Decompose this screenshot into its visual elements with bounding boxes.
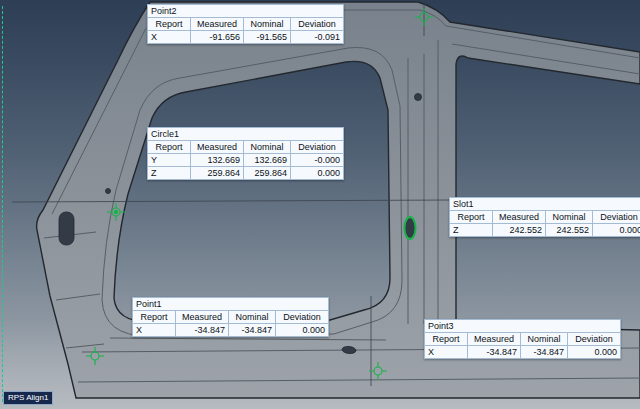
cell-deviation: 0.000 [291, 167, 344, 180]
header-measured: Measured [191, 18, 244, 31]
header-report: Report [425, 333, 468, 346]
cell-measured: 242.552 [493, 224, 546, 237]
header-measured: Measured [493, 211, 546, 224]
cell-axis: Z [450, 224, 493, 237]
table-row: Y 132.669 132.669 -0.000 [148, 154, 344, 167]
cell-nominal: -34.847 [229, 324, 276, 337]
cell-measured: -34.847 [176, 324, 229, 337]
header-nominal: Nominal [244, 141, 291, 154]
measurement-table-circle1[interactable]: Circle1 Report Measured Nominal Deviatio… [147, 127, 344, 180]
header-nominal: Nominal [229, 311, 276, 324]
header-nominal: Nominal [244, 18, 291, 31]
header-measured: Measured [468, 333, 521, 346]
table-title: Point3 [425, 320, 621, 333]
slot1-marker slot-ellipse-icon[interactable] [400, 213, 420, 243]
table-row: Z 242.552 242.552 0.000 [450, 224, 640, 237]
table-title-row: Point3 [425, 320, 621, 333]
table-title: Circle1 [148, 128, 344, 141]
header-nominal: Nominal [546, 211, 593, 224]
cell-measured: -34.847 [468, 346, 521, 359]
table-row: X -34.847 -34.847 0.000 [425, 346, 621, 359]
table-header-row: Report Measured Nominal Deviation [425, 333, 621, 346]
table-title-row: Circle1 [148, 128, 344, 141]
table-header-row: Report Measured Nominal Deviation [148, 141, 344, 154]
header-report: Report [133, 311, 176, 324]
cell-measured: -91.656 [191, 31, 244, 44]
header-deviation: Deviation [568, 333, 621, 346]
cell-nominal: -91.565 [244, 31, 291, 44]
cell-measured: 259.864 [191, 167, 244, 180]
header-report: Report [148, 141, 191, 154]
header-deviation: Deviation [276, 311, 329, 324]
header-report: Report [148, 18, 191, 31]
circle1-marker crosshair-icon[interactable] [107, 203, 125, 221]
cell-axis: X [425, 346, 468, 359]
header-deviation: Deviation [593, 211, 640, 224]
cell-nominal: 242.552 [546, 224, 593, 237]
table-header-row: Report Measured Nominal Deviation [148, 18, 344, 31]
cell-deviation: 0.000 [276, 324, 329, 337]
cell-deviation: 0.000 [568, 346, 621, 359]
measurement-table-point1[interactable]: Point1 Report Measured Nominal Deviation… [132, 297, 329, 337]
point1-marker crosshair-icon[interactable] [86, 347, 104, 365]
point3-marker crosshair-icon[interactable] [369, 362, 387, 380]
b-pillar-hole [415, 94, 422, 101]
cell-axis: Y [148, 154, 191, 167]
table-header-row: Report Measured Nominal Deviation [133, 311, 329, 324]
header-measured: Measured [191, 141, 244, 154]
cad-viewport: Point2 Report Measured Nominal Deviation… [0, 0, 640, 409]
table-title: Point2 [148, 5, 344, 18]
cell-deviation: -0.000 [291, 154, 344, 167]
cell-axis: X [148, 31, 191, 44]
measurement-table-slot1[interactable]: Slot1 Report Measured Nominal Deviation … [449, 197, 640, 237]
measurement-table-point2[interactable]: Point2 Report Measured Nominal Deviation… [147, 4, 344, 44]
cell-nominal: 132.669 [244, 154, 291, 167]
header-report: Report [450, 211, 493, 224]
header-deviation: Deviation [291, 141, 344, 154]
measurement-table-point3[interactable]: Point3 Report Measured Nominal Deviation… [424, 319, 621, 359]
table-row: Z 259.864 259.864 0.000 [148, 167, 344, 180]
cell-deviation: 0.000 [593, 224, 640, 237]
table-header-row: Report Measured Nominal Deviation [450, 211, 640, 224]
table-title: Point1 [133, 298, 329, 311]
table-title-row: Point2 [148, 5, 344, 18]
header-measured: Measured [176, 311, 229, 324]
cell-axis: X [133, 324, 176, 337]
cell-deviation: -0.091 [291, 31, 344, 44]
table-title: Slot1 [450, 198, 640, 211]
cell-axis: Z [148, 167, 191, 180]
alignment-label[interactable]: RPS Align1 [3, 391, 53, 405]
header-deviation: Deviation [291, 18, 344, 31]
table-row: X -34.847 -34.847 0.000 [133, 324, 329, 337]
cell-measured: 132.669 [191, 154, 244, 167]
table-row: X -91.656 -91.565 -0.091 [148, 31, 344, 44]
a-pillar-hole [106, 189, 111, 194]
cell-nominal: 259.864 [244, 167, 291, 180]
cell-nominal: -34.847 [521, 346, 568, 359]
header-nominal: Nominal [521, 333, 568, 346]
selection-dashed-line [2, 6, 3, 402]
point2-marker crosshair-icon[interactable] [415, 8, 433, 26]
table-title-row: Point1 [133, 298, 329, 311]
hinge-slot-hole [59, 212, 74, 245]
table-title-row: Slot1 [450, 198, 640, 211]
